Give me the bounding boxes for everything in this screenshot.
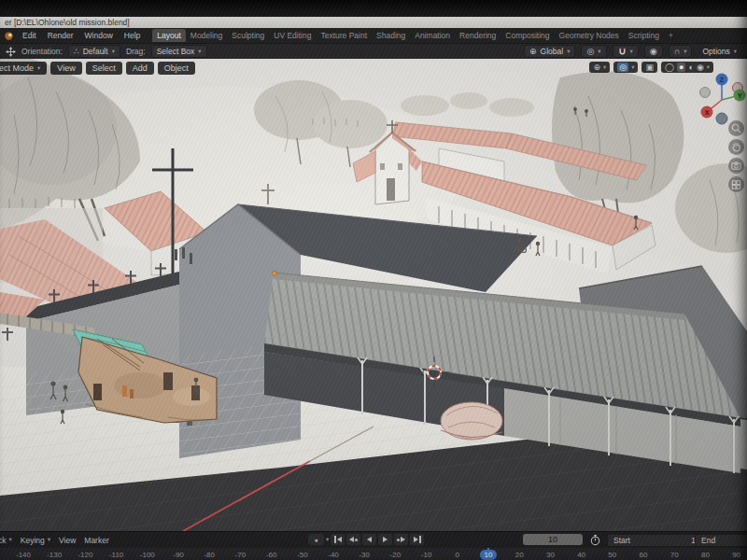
orientation-icon: ∴ (74, 48, 79, 56)
frame-end-field[interactable]: End (695, 534, 747, 547)
chevron-down-icon: ▾ (598, 49, 600, 55)
workspace-tab-[interactable]: + (664, 29, 678, 42)
viewport-header: ect Mode ▾ ViewSelectAddObject (0, 62, 195, 75)
drag-value: Select Box (157, 47, 195, 56)
timeline-editor: ck▾ Keying▾ View Marker ● ▾ 10 (0, 531, 747, 560)
mode-label: ect Mode (0, 63, 34, 73)
chevron-down-icon: ▾ (734, 49, 737, 55)
gizmo-axis-neg-z[interactable] (716, 113, 727, 124)
chevron-down-icon: ▾ (9, 537, 12, 543)
workspace-tab-modeling[interactable]: Modeling (186, 29, 228, 42)
proportional-editing-icon: ◉ (650, 48, 657, 56)
snap-dropdown[interactable]: ▾ (613, 45, 639, 58)
mode-selector[interactable]: ect Mode ▾ (0, 62, 47, 75)
play-reverse-button[interactable] (362, 534, 376, 545)
workspace-tab-scripting[interactable]: Scripting (624, 29, 664, 42)
global-orientation-icon: ⊕ (529, 48, 537, 56)
overlays-dropdown[interactable]: ◎ ▾ (613, 62, 638, 73)
chevron-down-icon: ▾ (630, 49, 633, 55)
drag-label: Drag: (126, 47, 146, 56)
workspace-tab-compositing[interactable]: Compositing (500, 29, 554, 42)
chevron-down-icon: ▾ (37, 65, 40, 72)
orientation-dropdown[interactable]: ∴ Default ▾ (68, 45, 120, 58)
menu-help[interactable]: Help (120, 30, 145, 41)
viewport-menu-view[interactable]: View (50, 62, 81, 75)
orientation-value: Default (83, 47, 108, 56)
viewport-scene[interactable] (0, 59, 747, 531)
menu-window[interactable]: Window (80, 30, 118, 41)
next-keyframe-button[interactable] (394, 534, 408, 545)
jump-to-start-button[interactable] (331, 534, 345, 545)
ruler-tick-90[interactable]: 90 (718, 551, 747, 559)
gizmo-axis-neg-y[interactable] (700, 88, 711, 98)
svg-text:Y: Y (738, 92, 742, 99)
drag-dropdown[interactable]: Select Box ▾ (151, 45, 207, 58)
viewport-menu-object[interactable]: Object (158, 62, 195, 75)
sketch-oven (441, 402, 502, 440)
workspace-tab-rendering[interactable]: Rendering (455, 29, 500, 42)
solid-shading-icon: ● (677, 63, 685, 72)
chevron-down-icon: ▾ (48, 537, 50, 543)
workspace-tab-geometry-nodes[interactable]: Geometry Nodes (555, 29, 624, 42)
zoom-button[interactable] (728, 120, 744, 136)
pivot-point-icon: ◎ (586, 48, 594, 56)
chevron-down-icon: ▾ (631, 64, 634, 71)
xray-toggle[interactable]: ▣ (641, 62, 657, 73)
monitor-bezel (0, 0, 747, 17)
workspace-tab-texture-paint[interactable]: Texture Paint (316, 29, 372, 42)
stopwatch-icon (589, 534, 601, 546)
viewport-menu-add[interactable]: Add (126, 62, 154, 75)
timeline-marker-menu[interactable]: Marker (84, 536, 108, 545)
workspace-tab-layout[interactable]: Layout (152, 29, 186, 42)
viewport-nav-buttons (728, 120, 744, 192)
workspace-tab-sculpting[interactable]: Sculpting (227, 29, 269, 42)
blender-logo-icon[interactable] (4, 31, 14, 41)
proportional-editing-toggle[interactable]: ◉ (644, 45, 663, 58)
perspective-toggle-button[interactable] (728, 176, 744, 192)
transform-orientation-value: Global (541, 47, 564, 56)
move-tool-icon[interactable] (6, 47, 16, 57)
timeline-header: ck▾ Keying▾ View Marker ● ▾ 10 (0, 532, 747, 548)
previous-keyframe-button[interactable] (346, 534, 360, 545)
gizmos-dropdown[interactable]: ⊕ ▾ (589, 62, 610, 73)
window-titlebar: er [D:\EL\Ohlone\old mission.blend] (0, 17, 747, 28)
svg-text:Z: Z (720, 77, 725, 83)
play-button[interactable] (378, 534, 392, 545)
proportional-falloff-dropdown[interactable]: ∩ ▾ (669, 45, 693, 58)
jump-to-end-button[interactable] (410, 534, 424, 545)
pan-button[interactable] (728, 139, 744, 155)
timeline-ruler[interactable]: -140-130-120-110-100-90-80-70-60-50-40-3… (0, 548, 747, 560)
workspace-tab-animation[interactable]: Animation (410, 29, 455, 42)
camera-view-button[interactable] (728, 158, 744, 174)
options-dropdown[interactable]: Options ▾ (698, 46, 741, 57)
timeline-view-menu[interactable]: View (59, 536, 76, 545)
menu-edit[interactable]: Edit (18, 30, 41, 41)
3d-viewport[interactable]: ect Mode ▾ ViewSelectAddObject ⊕ ▾ ◎ ▾ ▣… (0, 59, 747, 531)
material-shading-icon: ◐ (688, 63, 693, 72)
timeline-keying-menu[interactable]: Keying▾ (21, 536, 50, 545)
workspace-tab-shading[interactable]: Shading (372, 29, 410, 42)
auto-keying-button[interactable]: ● (308, 534, 324, 545)
current-frame-field[interactable]: 10 (523, 534, 583, 545)
viewport-header-right: ⊕ ▾ ◎ ▾ ▣ ◯ ● ◐ ◉ ▾ (589, 62, 713, 73)
timeline-playback-menu[interactable]: ck▾ (0, 536, 12, 545)
wireframe-shading-icon: ◯ (665, 63, 674, 72)
object-origin-dot (273, 272, 277, 276)
chevron-down-icon: ▾ (198, 49, 201, 55)
overlays-icon: ◎ (617, 63, 628, 72)
falloff-curve-icon: ∩ (674, 48, 680, 56)
blender-topbar: EditRenderWindowHelp LayoutModelingSculp… (0, 28, 747, 43)
workspace-tab-strip: LayoutModelingSculptingUV EditingTexture… (152, 29, 678, 42)
chevron-down-icon: ▾ (603, 64, 606, 71)
pivot-point-dropdown[interactable]: ◎ ▾ (581, 45, 606, 58)
frame-start-field[interactable]: Start 1 (607, 534, 702, 547)
viewport-menu-select[interactable]: Select (86, 62, 122, 75)
menubar-menus: EditRenderWindowHelp (18, 30, 145, 41)
start-label: Start (613, 536, 630, 545)
gizmos-icon: ⊕ (593, 63, 600, 72)
ruler-tick-10[interactable]: 10 (470, 551, 507, 559)
menu-render[interactable]: Render (43, 30, 78, 41)
workspace-tab-uv-editing[interactable]: UV Editing (269, 29, 316, 42)
monitor-photo: er [D:\EL\Ohlone\old mission.blend] Edit… (0, 0, 747, 560)
transform-orientation-dropdown[interactable]: ⊕ Global ▾ (524, 45, 575, 58)
